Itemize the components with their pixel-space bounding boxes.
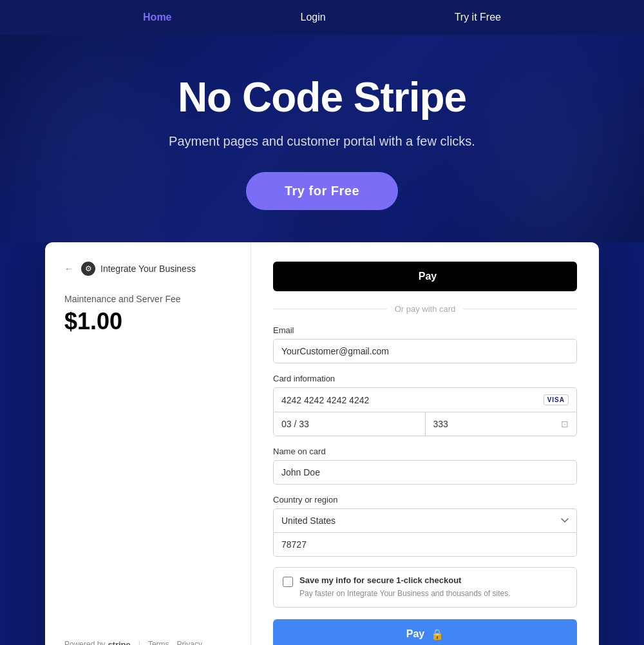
brand-name: Integrate Your Business [100,264,196,274]
zip-input[interactable] [273,532,577,557]
save-info-text: Save my info for secure 1-click checkout… [299,575,511,599]
nav-login[interactable]: Login [301,12,326,23]
cvc-icon: ⊡ [561,419,569,429]
name-label: Name on card [273,447,577,456]
brand-icon [81,262,95,276]
privacy-link[interactable]: Privacy [177,640,202,645]
country-group: Country or region United States [273,495,577,557]
nav-try-free[interactable]: Try it Free [455,12,501,23]
brand-row: ← Integrate Your Business [64,262,231,276]
powered-by: Powered by stripe [64,640,131,645]
separator: | [138,640,140,645]
card-section: ← Integrate Your Business Maintenance an… [0,242,644,645]
card-info-group: Card information VISA ⊡ [273,374,577,436]
email-label: Email [273,325,577,335]
country-select[interactable]: United States [273,508,577,532]
card-label: Card information [273,374,577,383]
name-group: Name on card [273,447,577,485]
expiry-input[interactable] [274,412,426,436]
stripe-logo: stripe [108,640,130,645]
country-label: Country or region [273,495,577,505]
save-checkbox[interactable] [283,577,293,587]
product-price: $1.00 [64,308,231,335]
cvc-input[interactable] [433,419,562,429]
card-number-input[interactable] [281,395,544,405]
powered-by-text: Powered by [64,640,105,645]
cvc-row: ⊡ [426,412,577,436]
cta-button[interactable]: Try for Free [246,172,398,210]
right-panel: Pay Or pay with card Email Card informat… [251,242,599,645]
card-bottom-row: ⊡ [274,412,576,436]
product-label: Maintenance and Server Fee [64,294,231,304]
email-input[interactable] [273,339,577,363]
pay-label: Pay [406,628,424,640]
hero-section: No Code Stripe Payment pages and custome… [0,35,644,242]
lock-icon: 🔒 [431,628,444,640]
back-arrow[interactable]: ← [64,264,73,274]
save-sub: Pay faster on Integrate Your Business an… [299,589,511,598]
payment-card: ← Integrate Your Business Maintenance an… [45,242,599,645]
navbar: Home Login Try it Free [0,0,644,35]
left-footer: Powered by stripe | Terms Privacy [64,640,231,645]
apple-pay-button[interactable]: Pay [273,262,577,291]
terms-link[interactable]: Terms [148,640,169,645]
hero-title: No Code Stripe [13,73,631,121]
visa-logo: VISA [544,394,569,405]
left-panel: ← Integrate Your Business Maintenance an… [45,242,251,645]
hero-subtitle: Payment pages and customer portal with a… [13,134,631,149]
card-number-row: VISA [274,388,576,412]
card-info-box: VISA ⊡ [273,387,577,436]
nav-home[interactable]: Home [143,12,171,23]
save-info-box: Save my info for secure 1-click checkout… [273,567,577,608]
pay-button[interactable]: Pay 🔒 [273,619,577,645]
or-divider-text: Or pay with card [395,304,456,314]
name-input[interactable] [273,460,577,485]
save-label: Save my info for secure 1-click checkout [299,575,511,585]
email-group: Email [273,325,577,363]
or-divider: Or pay with card [273,304,577,314]
